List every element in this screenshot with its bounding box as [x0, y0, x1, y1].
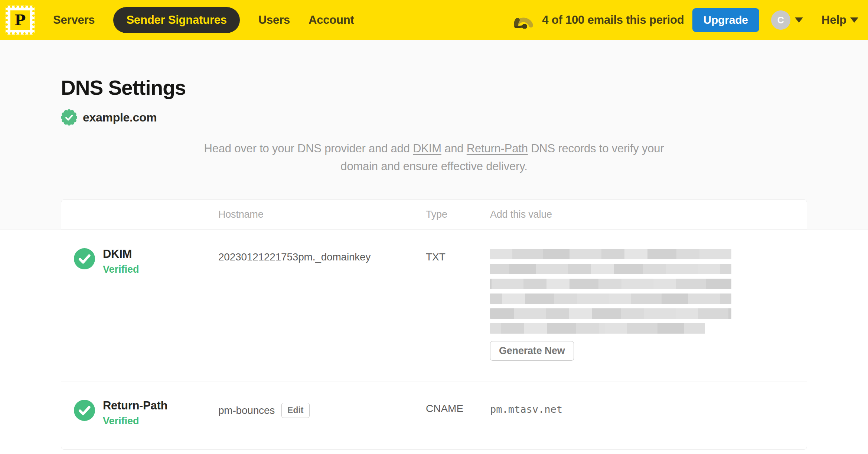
- record-hostname: 20230121221753pm._domainkey: [218, 247, 426, 263]
- record-value: pm.mtasv.net: [490, 399, 807, 415]
- redacted-line: [490, 294, 731, 304]
- record-type: TXT: [426, 247, 490, 263]
- record-type: CNAME: [426, 399, 490, 415]
- help-label[interactable]: Help: [822, 13, 846, 27]
- postmark-logo-letter: P: [14, 13, 26, 27]
- nav-item-account[interactable]: Account: [309, 13, 354, 27]
- status-badge: Verified: [103, 415, 167, 427]
- record-hostname: pm-bounces: [218, 405, 275, 416]
- instructions-text: and: [441, 142, 467, 155]
- avatar[interactable]: C: [771, 10, 790, 30]
- check-circle-icon: [74, 400, 95, 421]
- top-navbar: P Servers Sender Signatures Users Accoun…: [0, 0, 868, 40]
- column-header-value: Add this value: [490, 209, 807, 220]
- redacted-dns-value: [490, 249, 731, 334]
- usage-meter-text: 4 of 100 emails this period: [542, 13, 684, 27]
- record-name: Return-Path: [103, 399, 167, 412]
- seal-check-icon: [61, 109, 77, 126]
- return-path-link[interactable]: Return-Path: [467, 142, 528, 155]
- table-row-return-path: Return-Path Verified pm-bounces Edit CNA…: [61, 382, 807, 449]
- primary-nav: Servers Sender Signatures Users Account: [53, 7, 354, 33]
- nav-item-sender-signatures[interactable]: Sender Signatures: [113, 7, 240, 33]
- column-header-type: Type: [426, 209, 490, 220]
- domain-name: example.com: [83, 111, 157, 124]
- redacted-line: [490, 264, 731, 274]
- caret-down-icon: [850, 17, 858, 23]
- edit-button[interactable]: Edit: [281, 403, 309, 418]
- dkim-link[interactable]: DKIM: [413, 142, 441, 155]
- redacted-line: [490, 249, 731, 259]
- status-badge: Verified: [103, 264, 139, 275]
- nav-item-servers[interactable]: Servers: [53, 13, 95, 27]
- table-header-row: Hostname Type Add this value: [61, 200, 807, 230]
- account-menu[interactable]: C: [771, 10, 803, 30]
- dns-records-card: Hostname Type Add this value DKIM Verifi…: [61, 200, 807, 450]
- column-header-hostname: Hostname: [218, 209, 426, 220]
- gauge-icon: [513, 12, 534, 29]
- nav-item-users[interactable]: Users: [258, 13, 290, 27]
- table-row-dkim: DKIM Verified 20230121221753pm._domainke…: [61, 230, 807, 382]
- check-circle-icon: [74, 248, 95, 269]
- verified-domain: example.com: [61, 109, 868, 126]
- postmark-logo-inner: P: [10, 10, 30, 30]
- redacted-line: [490, 323, 705, 334]
- record-name: DKIM: [103, 247, 139, 261]
- caret-down-icon: [795, 17, 803, 23]
- instructions-text: Head over to your DNS provider and add: [204, 142, 413, 155]
- help-menu[interactable]: Help: [822, 13, 858, 27]
- navbar-right: 4 of 100 emails this period Upgrade C He…: [513, 8, 858, 32]
- instructions: Head over to your DNS provider and add D…: [61, 140, 807, 175]
- redacted-line: [490, 279, 731, 289]
- page-title: DNS Settings: [61, 40, 868, 100]
- upgrade-button[interactable]: Upgrade: [692, 8, 759, 32]
- postmark-logo[interactable]: P: [6, 6, 35, 35]
- redacted-line: [490, 308, 731, 319]
- generate-new-button[interactable]: Generate New: [490, 341, 574, 361]
